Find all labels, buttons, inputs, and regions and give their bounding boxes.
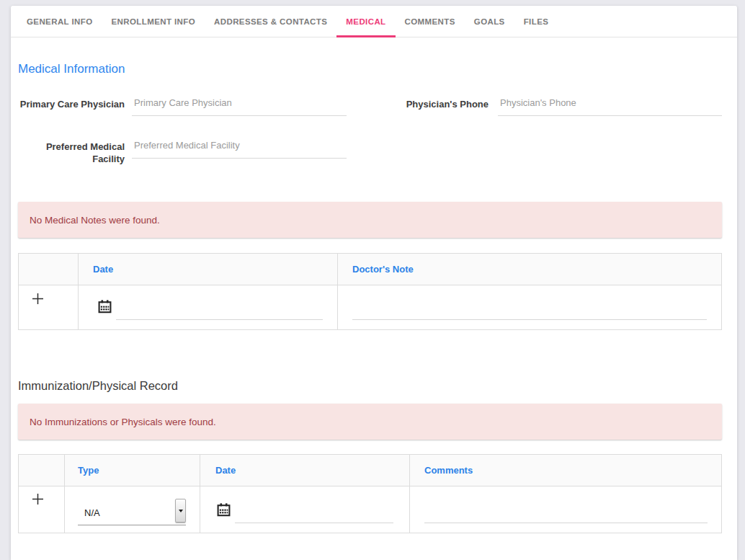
medical-notes-header-row: Date Doctor's Note <box>19 254 722 285</box>
doctors-note-column-header: Doctor's Note <box>338 254 722 285</box>
immunizations-empty-text: No Immunizations or Physicals were found… <box>30 417 216 427</box>
add-medical-note-row <box>19 285 722 330</box>
record-card: GENERAL INFO ENROLLMENT INFO ADDRESSES &… <box>11 6 737 560</box>
plus-icon <box>32 295 44 307</box>
immunization-physical-title: Immunization/Physical Record <box>18 330 722 393</box>
medical-notes-empty-alert: No Medical Notes were found. <box>18 202 722 238</box>
immunization-type-select[interactable]: N/A <box>78 498 186 525</box>
preferred-medical-facility-input[interactable] <box>132 138 347 159</box>
tab-comments[interactable]: COMMENTS <box>396 6 465 37</box>
immunization-comments-input[interactable] <box>424 507 708 523</box>
add-column-header <box>19 455 65 486</box>
medical-information-form: Primary Care Physician Physician's Phone… <box>18 95 722 165</box>
add-immunization-button[interactable] <box>32 493 44 505</box>
immunization-date-input[interactable] <box>235 507 393 523</box>
add-column-header <box>19 254 79 285</box>
selected-type-value: N/A <box>78 507 100 525</box>
add-immunization-row: N/A <box>19 486 722 533</box>
physicians-phone-label: Physician's Phone <box>394 95 489 110</box>
calendar-icon[interactable] <box>98 300 112 314</box>
tab-general-info[interactable]: GENERAL INFO <box>17 6 102 37</box>
type-column-header: Type <box>65 455 200 486</box>
medical-note-date-input[interactable] <box>116 304 323 320</box>
chevron-down-icon <box>175 499 186 523</box>
medical-tab-content: Medical Information Primary Care Physici… <box>11 37 737 533</box>
immunization-physical-table: Type Date Comments <box>18 454 722 533</box>
tab-goals[interactable]: GOALS <box>465 6 514 37</box>
add-medical-note-button[interactable] <box>32 293 44 305</box>
tab-files[interactable]: FILES <box>514 6 558 37</box>
plus-icon <box>32 495 44 507</box>
primary-care-physician-label: Primary Care Physician <box>18 95 125 110</box>
medical-notes-empty-text: No Medical Notes were found. <box>30 215 160 226</box>
date-column-header: Date <box>200 455 410 486</box>
tab-medical[interactable]: MEDICAL <box>336 6 395 37</box>
medical-information-title: Medical Information <box>18 37 722 76</box>
immunizations-empty-alert: No Immunizations or Physicals were found… <box>18 404 722 440</box>
calendar-icon[interactable] <box>217 503 231 517</box>
tab-enrollment-info[interactable]: ENROLLMENT INFO <box>102 6 205 37</box>
medical-notes-table: Date Doctor's Note <box>18 253 722 330</box>
primary-care-physician-input[interactable] <box>132 95 347 116</box>
physicians-phone-input[interactable] <box>498 95 722 116</box>
preferred-medical-facility-label: Preferred Medical Facility <box>18 138 125 165</box>
date-column-header: Date <box>79 254 338 285</box>
doctors-note-input[interactable] <box>352 304 707 320</box>
comments-column-header: Comments <box>410 455 722 486</box>
tab-bar: GENERAL INFO ENROLLMENT INFO ADDRESSES &… <box>11 6 737 37</box>
immunization-header-row: Type Date Comments <box>19 455 722 486</box>
tab-addresses-contacts[interactable]: ADDRESSES & CONTACTS <box>205 6 336 37</box>
